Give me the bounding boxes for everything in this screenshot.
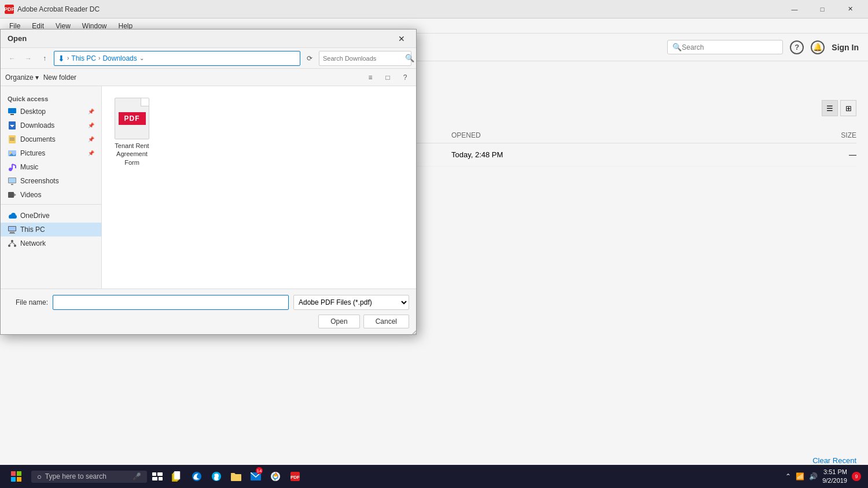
forward-button[interactable]: → xyxy=(21,51,35,65)
resize-handle[interactable] xyxy=(410,328,416,334)
grid-view-button[interactable]: ⊞ xyxy=(840,100,856,116)
downloads-icon xyxy=(8,121,17,130)
pin-icon: 📌 xyxy=(88,109,94,114)
dialog-cancel-button[interactable]: Cancel xyxy=(363,315,409,328)
sidebar-item-videos[interactable]: Videos xyxy=(1,188,101,202)
window-controls: — □ ✕ xyxy=(781,0,863,19)
taskbar-acrobat[interactable]: PDF xyxy=(286,465,304,488)
taskbar-volume-icon: 🔊 xyxy=(809,472,818,480)
col-size: SIZE xyxy=(722,131,856,139)
refresh-button[interactable]: ⟳ xyxy=(303,51,317,65)
taskbar-clock[interactable]: 3:51 PM 9/2/2019 xyxy=(822,468,847,486)
svg-rect-0 xyxy=(8,108,16,113)
maximize-button[interactable]: □ xyxy=(809,0,836,19)
notification-icon[interactable]: 🔔 xyxy=(811,40,825,54)
back-button[interactable]: ← xyxy=(5,51,19,65)
svg-rect-17 xyxy=(8,192,14,198)
path-this-pc[interactable]: This PC xyxy=(71,54,96,62)
sidebar-item-desktop[interactable]: Desktop 📌 xyxy=(1,105,101,119)
mic-icon: 🎤 xyxy=(133,472,141,480)
screenshots-icon xyxy=(8,176,17,186)
dialog-actions: Open Cancel xyxy=(8,315,409,328)
start-button[interactable] xyxy=(2,465,30,488)
pin-icon: 📌 xyxy=(88,150,94,156)
dialog-close-button[interactable]: ✕ xyxy=(394,31,409,46)
file-area: PDF Tenant Rent Agreement Form xyxy=(102,86,416,289)
sidebar-item-pictures[interactable]: Pictures 📌 xyxy=(1,146,101,160)
file-name-row: File name: Adobe PDF Files (*.pdf) All F… xyxy=(8,295,409,310)
file-layout-toggle[interactable]: □ xyxy=(381,71,394,84)
app-icon: PDF xyxy=(5,5,14,14)
taskbar-up-arrow[interactable]: ⌃ xyxy=(785,472,791,480)
sidebar-item-network[interactable]: Network xyxy=(1,236,101,250)
list-view-button[interactable]: ☰ xyxy=(822,100,838,116)
taskbar-cards-app[interactable] xyxy=(168,465,186,488)
pdf-badge: PDF xyxy=(119,112,146,125)
taskbar: ○ Type here to search 🎤 xyxy=(0,465,868,488)
svg-text:PDF: PDF xyxy=(290,475,300,480)
svg-line-28 xyxy=(411,331,416,335)
taskbar-chrome[interactable] xyxy=(266,465,285,488)
svg-rect-40 xyxy=(174,471,180,479)
organize-button[interactable]: Organize ▾ xyxy=(5,73,39,82)
sign-in-button[interactable]: Sign In xyxy=(832,43,859,52)
search-box-dialog[interactable]: 🔍 xyxy=(319,51,411,66)
network-icon xyxy=(8,239,17,248)
search-dialog-input[interactable] xyxy=(323,55,403,62)
new-folder-button[interactable]: New folder xyxy=(43,73,76,82)
windows-logo-icon xyxy=(11,471,21,482)
taskbar-task-view[interactable] xyxy=(148,465,167,488)
resize-icon xyxy=(410,330,416,335)
file-view-toggle[interactable]: ≡ xyxy=(364,71,377,84)
file-type-select[interactable]: Adobe PDF Files (*.pdf) All Files (*.*) xyxy=(293,295,409,310)
clear-recent-button[interactable]: Clear Recent xyxy=(812,456,856,465)
svg-marker-18 xyxy=(14,193,16,197)
svg-line-29 xyxy=(414,333,416,335)
svg-rect-30 xyxy=(11,471,16,476)
taskbar-search[interactable]: ○ Type here to search 🎤 xyxy=(31,471,147,483)
desktop-icon xyxy=(8,107,17,116)
taskbar-edge[interactable] xyxy=(187,465,206,488)
notification-count-badge[interactable]: 9 xyxy=(852,472,861,481)
svg-point-25 xyxy=(14,245,16,247)
dialog-body: Quick access Desktop 📌 Downloads 📌 xyxy=(1,86,416,289)
acrobat-icon: PDF xyxy=(290,471,300,482)
up-button[interactable]: ↑ xyxy=(38,51,52,65)
dialog-bottom: File name: Adobe PDF Files (*.pdf) All F… xyxy=(1,289,416,334)
sidebar-item-music[interactable]: Music xyxy=(1,160,101,174)
path-bar[interactable]: ⬇ › This PC › Downloads ⌄ xyxy=(54,51,300,66)
file-name-label: File name: xyxy=(8,298,48,306)
sidebar-item-onedrive[interactable]: OneDrive xyxy=(1,209,101,223)
svg-rect-21 xyxy=(10,232,14,233)
search-icon: 🔍 xyxy=(672,43,682,51)
search-dialog-icon: 🔍 xyxy=(405,54,414,62)
dialog-open-button[interactable]: Open xyxy=(318,315,359,328)
minimize-button[interactable]: — xyxy=(781,0,808,19)
dialog-title: Open xyxy=(8,34,394,43)
skype-icon xyxy=(211,471,222,482)
search-input[interactable] xyxy=(682,43,778,51)
sidebar-item-this-pc[interactable]: This PC xyxy=(1,223,101,236)
dialog-toolbar: ← → ↑ ⬇ › This PC › Downloads ⌄ ⟳ 🔍 xyxy=(1,48,416,69)
taskbar-file-explorer[interactable] xyxy=(227,465,245,488)
file-help-icon[interactable]: ? xyxy=(399,71,411,84)
file-item-pdf[interactable]: PDF Tenant Rent Agreement Form xyxy=(109,93,155,171)
close-button[interactable]: ✕ xyxy=(837,0,863,19)
svg-rect-36 xyxy=(152,477,157,480)
sidebar-item-documents[interactable]: Documents 📌 xyxy=(1,132,101,146)
svg-rect-32 xyxy=(11,477,16,482)
svg-rect-33 xyxy=(17,477,21,482)
sidebar-item-screenshots[interactable]: Screenshots xyxy=(1,174,101,188)
taskbar-mail[interactable]: 14 xyxy=(247,465,265,488)
quick-access-label: Quick access xyxy=(1,93,101,105)
sidebar-item-downloads[interactable]: Downloads 📌 xyxy=(1,119,101,132)
dialog-sidebar: Quick access Desktop 📌 Downloads 📌 xyxy=(1,86,102,289)
search-box[interactable]: 🔍 xyxy=(667,40,783,54)
download-arrow-icon: ⬇ xyxy=(58,54,65,63)
explorer-icon xyxy=(231,472,241,481)
dialog-title-bar: Open ✕ xyxy=(1,29,416,48)
file-name-input[interactable] xyxy=(53,295,289,310)
taskbar-skype[interactable] xyxy=(207,465,226,488)
help-icon[interactable]: ? xyxy=(790,40,804,54)
path-downloads[interactable]: Downloads xyxy=(102,54,137,62)
